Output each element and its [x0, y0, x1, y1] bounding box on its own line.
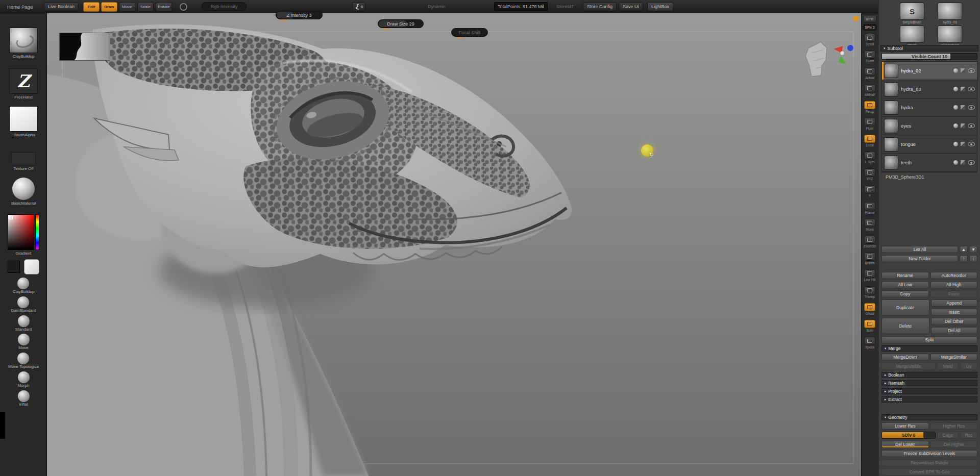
draw-size-slider[interactable]: Draw Size 29	[378, 19, 424, 28]
rgb-intensity-slider[interactable]: Rgb Intensity	[202, 2, 247, 11]
home-page-button[interactable]: Home Page	[7, 2, 33, 11]
shelf-button[interactable]: Scroll	[863, 34, 877, 46]
subtool-row[interactable]: tongue	[882, 135, 977, 154]
append-button[interactable]: Append	[931, 299, 978, 307]
project-section-header[interactable]: ▸ Project	[881, 388, 977, 394]
move-up-button[interactable]: ▲	[960, 246, 968, 253]
live-boolean-button[interactable]: Live Boolean	[44, 2, 79, 11]
shelf-button[interactable]: Ghost	[863, 303, 877, 315]
saturation-value-square[interactable]	[8, 214, 34, 250]
visibility-eye-icon[interactable]	[968, 160, 975, 165]
shelf-button[interactable]: Persp	[863, 101, 877, 113]
shelf-button[interactable]: Zoom3D	[863, 236, 877, 248]
shelf-button[interactable]: Frame	[863, 202, 877, 214]
edit-mode-button[interactable]: Edit	[83, 2, 100, 12]
move-mode-button[interactable]: Move	[119, 2, 135, 12]
rename-button[interactable]: Rename	[881, 272, 929, 279]
visibility-eye-icon[interactable]	[968, 142, 975, 146]
subtool-row[interactable]: hydra_03	[882, 80, 977, 98]
folder-up-icon[interactable]: ↑	[960, 255, 968, 262]
extract-section-header[interactable]: ▸ Extract	[881, 396, 977, 403]
shelf-button[interactable]: Line Fill	[863, 269, 877, 282]
camera-gizmo[interactable]	[795, 33, 859, 86]
shelf-button[interactable]: Move	[863, 219, 877, 231]
shelf-button[interactable]: AAHalf	[863, 84, 877, 96]
delete-button[interactable]: Delete	[881, 318, 929, 334]
y-axis-cone[interactable]	[838, 56, 846, 64]
boolean-section-header[interactable]: ▸ Boolean	[881, 372, 977, 378]
polypaint-icon[interactable]	[953, 87, 958, 91]
shelf-button[interactable]: Xpose	[863, 337, 877, 349]
shelf-button[interactable]: Actual	[863, 67, 877, 80]
all-low-button[interactable]: All Low	[881, 281, 929, 288]
all-high-button[interactable]: All High	[930, 281, 978, 288]
subtool-row[interactable]: hydra_02	[882, 62, 977, 80]
sdiv-slider[interactable]: SDiv 6	[881, 432, 936, 439]
quick-brush-item[interactable]: Move Topologica	[8, 353, 39, 369]
lower-res-button[interactable]: Lower Res	[881, 422, 929, 430]
draw-mode-button[interactable]: Draw	[101, 2, 117, 12]
shelf-button[interactable]: Floor	[863, 118, 877, 130]
reconstruct-subdiv-button[interactable]: Reconstruct Subdiv	[881, 459, 977, 466]
visibility-eye-icon[interactable]	[968, 87, 975, 91]
store-config-button[interactable]: Store Config	[583, 2, 617, 11]
polypaint-icon[interactable]	[953, 142, 958, 146]
spix-slider[interactable]: SPix 3	[863, 24, 877, 31]
z-intensity-slider[interactable]: Z Intensity 3	[276, 11, 323, 19]
alpha-item[interactable]: ~BrushAlpha	[0, 106, 47, 138]
duplicate-button[interactable]: Duplicate	[881, 299, 929, 316]
shelf-button[interactable]: Y	[863, 185, 877, 197]
visibility-eye-icon[interactable]	[968, 68, 975, 73]
copy-button[interactable]: Copy	[881, 290, 929, 297]
del-higher-button[interactable]: Del Higher	[930, 441, 978, 448]
dock-tab[interactable]	[0, 412, 5, 439]
shelf-button[interactable]: Rotate	[863, 253, 877, 265]
weld-button[interactable]: Weld	[937, 363, 959, 370]
shelf-button[interactable]: Solo	[863, 320, 877, 332]
visibility-eye-icon[interactable]	[968, 123, 975, 128]
texture-item[interactable]: Texture Off	[0, 152, 47, 171]
move-down-button[interactable]: ▼	[969, 246, 977, 253]
del-other-button[interactable]: Del Other	[931, 318, 978, 325]
remesh-section-header[interactable]: ▸ Remesh	[881, 380, 977, 386]
polypaint-icon[interactable]	[953, 105, 958, 110]
edit-icon[interactable]	[961, 142, 965, 146]
shelf-button[interactable]: L.Sym	[863, 152, 877, 164]
color-picker-item[interactable]: Gradient	[0, 214, 47, 256]
del-lower-button[interactable]: Del Lower	[881, 441, 929, 448]
quick-brush-item[interactable]: Morph	[18, 371, 30, 388]
shelf-button[interactable]: Zoom	[863, 51, 877, 63]
color-selector-handle[interactable]	[9, 216, 13, 219]
autoreorder-button[interactable]: AutoReorder	[930, 272, 978, 279]
secondary-color-swatch[interactable]	[8, 261, 20, 273]
shelf-button[interactable]: Local	[863, 135, 877, 147]
tool-thumbnail[interactable]: S SimpleBrush	[896, 3, 928, 24]
polypaint-icon[interactable]	[953, 123, 958, 128]
shelf-button[interactable]: Transp	[863, 286, 877, 298]
list-all-button[interactable]: List All	[881, 246, 958, 253]
subtool-section-header[interactable]: ▾ Subtool	[880, 45, 978, 52]
edit-icon[interactable]	[961, 87, 965, 91]
subtool-sphere-item[interactable]: PM3D_Sphere3D1	[886, 174, 924, 180]
scale-mode-button[interactable]: Scale	[137, 2, 154, 12]
quick-brush-item[interactable]: ClayBuildup	[13, 278, 35, 294]
quick-brush-item[interactable]: Standard	[15, 315, 32, 332]
lightbox-button[interactable]: LightBox	[647, 2, 673, 11]
dynamic-label[interactable]: Dynamic	[428, 2, 446, 11]
uv-button[interactable]: Uv	[960, 363, 977, 370]
sculpt-viewport[interactable]: ↻	[47, 13, 861, 476]
shelf-button[interactable]: XYZ	[863, 168, 877, 181]
convert-bpr-button[interactable]: Convert BPR To Geo	[881, 468, 977, 475]
quick-brush-item[interactable]: Inflat	[18, 390, 30, 407]
current-brush-item[interactable]: ClayBuildup	[0, 28, 47, 59]
bpr-button[interactable]: BPR	[863, 16, 876, 22]
alpha-preview-thumbnail[interactable]	[59, 33, 110, 61]
canvas-corner-marker[interactable]	[853, 16, 858, 21]
subtool-row[interactable]: hydra	[882, 98, 977, 117]
tool-thumbnail[interactable]: roundedwes	[934, 26, 966, 47]
visibility-eye-icon[interactable]	[968, 105, 975, 110]
cage-button[interactable]: Cage	[937, 432, 959, 439]
folder-down-icon[interactable]: ↓	[969, 255, 977, 262]
primary-color-swatch[interactable]	[24, 259, 39, 274]
z-axis-dot[interactable]	[847, 45, 853, 51]
